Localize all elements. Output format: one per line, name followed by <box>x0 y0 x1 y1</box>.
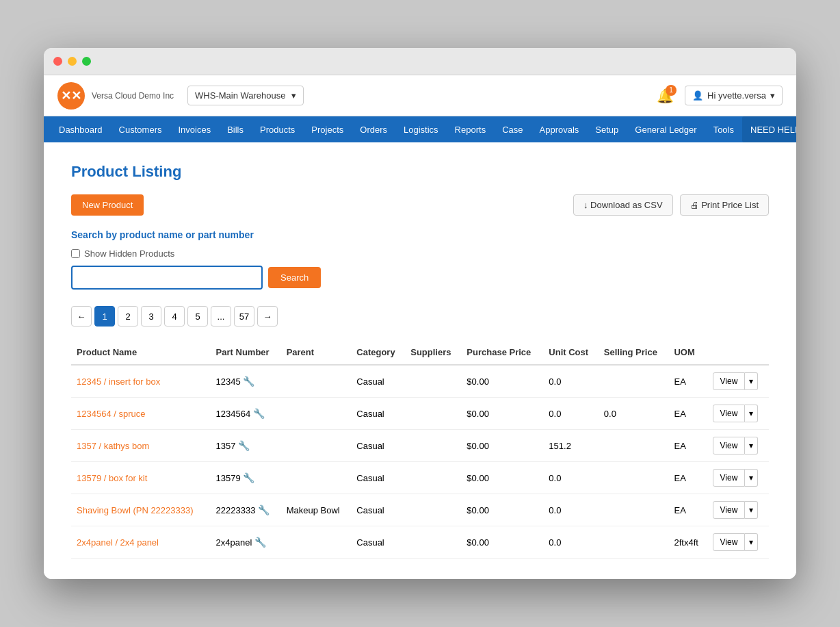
product-link[interactable]: 13579 / box for kit <box>77 473 147 483</box>
view-dropdown-button[interactable]: ▾ <box>745 469 758 487</box>
download-csv-button[interactable]: ↓ Download as CSV <box>573 194 673 216</box>
col-category: Category <box>351 340 405 365</box>
view-button[interactable]: View <box>713 437 746 455</box>
new-product-button[interactable]: New Product <box>71 194 144 216</box>
app-header: ✕✕ Versa Cloud Demo Inc WHS-Main Warehou… <box>44 75 796 116</box>
nav-approvals[interactable]: Approvals <box>531 116 588 142</box>
view-button[interactable]: View <box>713 501 746 519</box>
search-input[interactable] <box>71 266 263 290</box>
col-product-name: Product Name <box>71 340 211 365</box>
nav-tools[interactable]: Tools <box>705 116 742 142</box>
cell-part-number: 13579 🔧 <box>211 462 281 494</box>
cell-actions: View ▾ <box>707 526 769 559</box>
cell-product-name: 13579 / box for kit <box>71 462 211 494</box>
show-hidden-checkbox[interactable] <box>71 249 80 258</box>
view-button[interactable]: View <box>713 469 746 487</box>
view-dropdown-button[interactable]: ▾ <box>745 372 758 390</box>
nav-bar: Dashboard Customers Invoices Bills Produ… <box>44 116 796 142</box>
nav-invoices[interactable]: Invoices <box>170 116 219 142</box>
cell-part-number: 1234564 🔧 <box>211 398 281 430</box>
view-btn-group: View ▾ <box>713 372 763 390</box>
nav-general-ledger[interactable]: General Ledger <box>627 116 705 142</box>
nav-reports[interactable]: Reports <box>447 116 495 142</box>
view-button[interactable]: View <box>713 372 746 390</box>
cell-selling-price <box>599 430 669 462</box>
pagination-page-57[interactable]: 57 <box>234 306 254 327</box>
print-price-button[interactable]: 🖨 Print Price List <box>680 194 769 216</box>
cell-actions: View ▾ <box>707 430 769 462</box>
product-link[interactable]: 2x4panel / 2x4 panel <box>77 537 159 548</box>
col-actions <box>707 340 769 365</box>
search-button[interactable]: Search <box>268 267 321 288</box>
close-button[interactable] <box>53 57 62 66</box>
table-header-row: Product Name Part Number Parent Category… <box>71 340 769 365</box>
product-link[interactable]: 1357 / kathys bom <box>77 441 149 451</box>
nav-customers[interactable]: Customers <box>111 116 170 142</box>
view-button[interactable]: View <box>713 405 746 422</box>
titlebar <box>44 48 796 75</box>
pagination-next[interactable]: → <box>257 306 278 327</box>
product-link[interactable]: 12345 / insert for box <box>77 376 160 387</box>
product-link[interactable]: Shaving Bowl (PN 22223333) <box>77 505 194 515</box>
view-btn-group: View ▾ <box>713 437 763 455</box>
cell-selling-price <box>599 494 669 526</box>
view-dropdown-button[interactable]: ▾ <box>745 437 758 455</box>
nav-dashboard[interactable]: Dashboard <box>51 116 111 142</box>
maximize-button[interactable] <box>82 57 91 66</box>
nav-projects[interactable]: Projects <box>303 116 352 142</box>
cell-uom: EA <box>668 398 707 430</box>
cell-suppliers <box>405 526 461 559</box>
nav-orders[interactable]: Orders <box>352 116 395 142</box>
nav-bills[interactable]: Bills <box>219 116 252 142</box>
cell-part-number: 12345 🔧 <box>211 365 281 398</box>
view-btn-group: View ▾ <box>713 405 763 422</box>
nav-logistics[interactable]: Logistics <box>395 116 447 142</box>
cell-suppliers <box>405 494 461 526</box>
cell-parent: Makeup Bowl <box>281 494 352 526</box>
cell-unit-cost: 0.0 <box>543 462 599 494</box>
cell-parent <box>281 365 352 398</box>
col-unit-cost: Unit Cost <box>543 340 599 365</box>
cell-suppliers <box>405 430 461 462</box>
col-suppliers: Suppliers <box>405 340 461 365</box>
user-menu[interactable]: 👤 Hi yvette.versa ▾ <box>685 86 783 105</box>
pagination-page-1[interactable]: 1 <box>94 306 115 327</box>
nav-products[interactable]: Products <box>252 116 303 142</box>
cell-unit-cost: 151.2 <box>543 430 599 462</box>
cell-actions: View ▾ <box>707 462 769 494</box>
notification-bell[interactable]: 🔔 1 <box>657 88 674 104</box>
nav-case[interactable]: Case <box>494 116 531 142</box>
pagination-prev[interactable]: ← <box>71 306 92 327</box>
pagination-page-2[interactable]: 2 <box>118 306 138 327</box>
pagination-page-4[interactable]: 4 <box>164 306 185 327</box>
main-window: ✕✕ Versa Cloud Demo Inc WHS-Main Warehou… <box>44 48 796 579</box>
action-right-buttons: ↓ Download as CSV 🖨 Print Price List <box>573 194 769 216</box>
pagination-page-3[interactable]: 3 <box>141 306 161 327</box>
col-uom: UOM <box>668 340 707 365</box>
table-row: 12345 / insert for box 12345 🔧 Casual $0… <box>71 365 769 398</box>
header-right: 🔔 1 👤 Hi yvette.versa ▾ <box>657 86 783 105</box>
nav-help[interactable]: NEED HELP ❓ <box>742 116 796 142</box>
view-dropdown-button[interactable]: ▾ <box>745 501 758 519</box>
user-dropdown-icon: ▾ <box>770 90 775 101</box>
cell-part-number: 2x4panel 🔧 <box>211 526 281 559</box>
user-label: Hi yvette.versa <box>707 90 766 101</box>
pagination-page-5[interactable]: 5 <box>187 306 208 327</box>
cell-part-number: 1357 🔧 <box>211 430 281 462</box>
view-button[interactable]: View <box>713 533 746 551</box>
minimize-button[interactable] <box>68 57 77 66</box>
search-label: Search by product name or part number <box>71 229 769 240</box>
view-dropdown-button[interactable]: ▾ <box>745 405 758 422</box>
part-icon: 🔧 <box>253 408 265 419</box>
show-hidden-label[interactable]: Show Hidden Products <box>84 248 174 259</box>
cell-unit-cost: 0.0 <box>543 365 599 398</box>
notification-badge: 1 <box>666 85 677 96</box>
cell-category: Casual <box>351 430 405 462</box>
cell-parent <box>281 526 352 559</box>
warehouse-selector[interactable]: WHS-Main Warehouse ▾ <box>187 86 303 105</box>
view-dropdown-button[interactable]: ▾ <box>745 533 758 551</box>
cell-actions: View ▾ <box>707 398 769 430</box>
product-link[interactable]: 1234564 / spruce <box>77 409 145 419</box>
nav-setup[interactable]: Setup <box>587 116 627 142</box>
cell-parent <box>281 430 352 462</box>
